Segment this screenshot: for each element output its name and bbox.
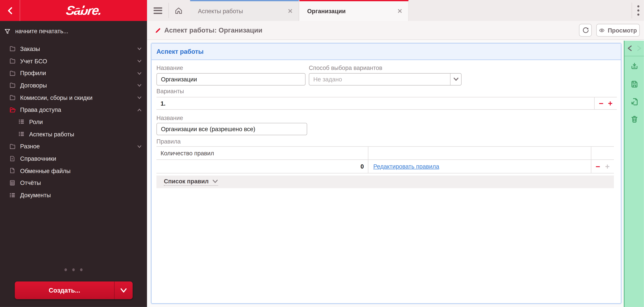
sidebar-item-directories[interactable]: ? Справочники [0,153,147,165]
rules-header-controls-cell [591,147,614,159]
panel-title: Аспект работы [156,48,204,55]
sidebar-item-contracts[interactable]: Договоры [0,79,147,92]
sidebar-item-label: Аспекты работы [29,131,74,138]
name-input[interactable] [156,73,306,86]
trash-icon[interactable] [630,115,638,123]
sidebar-item-reports[interactable]: Отчёты [0,177,147,189]
sidebar-item-profiles[interactable]: Профили [0,67,147,79]
svg-text:?: ? [11,157,13,161]
create-menu-button[interactable] [114,281,132,299]
tab-work-aspects[interactable]: Аспекты работы ✕ [190,0,299,21]
view-button-label: Просмотр [608,27,637,34]
edit-rules-link[interactable]: Редактировать правила [373,163,439,170]
work-aspect-panel: Аспект работы Название Способ выбора вар… [151,43,621,304]
folder-icon [9,70,16,77]
variant-name-input[interactable] [156,123,307,135]
chevron-down-icon[interactable] [137,59,142,64]
rules-table-header-row: Количество правил [156,147,614,160]
sidebar-pager-dots [0,268,147,271]
remove-variant-button[interactable]: − [599,100,603,107]
view-button[interactable]: Просмотр [596,24,640,37]
download-icon[interactable] [630,62,638,70]
save-icon[interactable] [630,80,638,88]
app-window: Sabre. начните печатать... Заказы Учет Б… [0,0,644,307]
sidebar-collapse-button[interactable] [0,0,20,21]
select-chevron-button[interactable] [450,74,461,85]
sidebar-item-misc[interactable]: Разное [0,140,147,153]
list-icon [18,119,25,126]
rules-section-label: Правила [156,138,180,145]
chevron-down-icon[interactable] [137,71,142,76]
menu-hamburger-button[interactable] [148,0,167,21]
chevron-down-icon[interactable] [137,95,142,100]
list-icon [18,131,25,138]
sidebar-item-access-rights[interactable]: Права доступа [0,104,147,116]
report-grid-icon [9,179,16,186]
sidebar-item-label: Отчёты [20,180,41,186]
rules-row-controls: − + [591,160,614,173]
chevron-down-icon[interactable] [137,144,142,149]
kebab-menu-button[interactable] [633,0,644,21]
sidebar-item-commissions[interactable]: Комиссии, сборы и скидки [0,92,147,104]
filter-icon [4,28,11,35]
collapse-panel-left-icon[interactable] [627,45,632,51]
rules-header-empty-cell [368,147,591,159]
sidebar-item-roles[interactable]: Роли [0,116,147,128]
folder-icon [9,94,16,101]
sidebar-item-work-aspects[interactable]: Аспекты работы [0,128,147,140]
method-select[interactable]: Не задано [309,73,462,86]
name-field-label: Название [156,65,183,71]
sidebar-item-label: Справочники [20,155,56,162]
tab-organizations[interactable]: Организации ✕ [299,0,408,21]
chevron-up-icon[interactable] [137,107,142,113]
sidebar-item-label: Заказы [20,46,40,52]
eye-icon [599,27,604,33]
expand-panel-right-icon[interactable] [636,45,642,51]
sidebar-filter-input[interactable]: начните печатать... [4,26,68,37]
sidebar-item-label: Документы [20,192,51,199]
folder-icon [9,58,16,65]
main-content: Аспект работы Название Способ выбора вар… [147,40,644,307]
chevron-down-icon[interactable] [137,83,142,88]
sidebar-header: Sabre. [0,0,147,21]
refresh-button[interactable] [579,24,592,37]
rules-table-row: 0 Редактировать правила − + [156,160,614,173]
rules-count-value: 0 [156,160,368,173]
create-button-label: Создать... [15,281,114,299]
export-icon[interactable] [630,97,638,106]
sidebar-item-orders[interactable]: Заказы [0,43,147,55]
variants-section-label: Варианты [156,88,184,95]
close-icon[interactable]: ✕ [288,1,293,21]
variant-row-controls: − + [594,97,617,109]
sidebar-item-label: Договоры [20,82,47,89]
chevron-down-icon [453,77,458,81]
add-variant-button[interactable]: + [608,100,612,107]
remove-rule-button[interactable]: − [596,162,600,170]
rules-table: Количество правил 0 Редактировать правил… [156,146,614,173]
sidebar-item-label: Комиссии, сборы и скидки [20,94,92,101]
close-icon[interactable]: ✕ [397,1,402,21]
sidebar-item-bso-accounting[interactable]: Учет БСО [0,55,147,67]
sidebar-item-label: Обменные файлы [20,167,70,174]
sidebar-item-label: Учет БСО [20,58,47,64]
right-toolbar-pager [624,41,644,56]
sidebar-item-documents[interactable]: Документы [0,189,147,201]
back-chevron-icon [7,7,13,15]
home-icon [174,7,183,15]
create-button[interactable]: Создать... [15,281,132,299]
chevron-down-icon [212,179,218,183]
add-rule-button[interactable]: + [605,162,610,170]
tabbar-divider [632,3,632,19]
variant-row[interactable]: 1. − + [156,97,617,110]
title-bar: Аспект работы: Организации Просмотр [147,21,644,40]
rules-list-toggle[interactable]: Список правил [156,175,614,188]
sidebar-item-exchange-files[interactable]: Обменные файлы [0,165,147,177]
sidebar-item-label: Профили [20,70,46,77]
sidebar-menu: Заказы Учет БСО Профили Договоры Комисси [0,43,147,201]
sidebar: Sabre. начните печатать... Заказы Учет Б… [0,0,147,307]
chevron-down-icon[interactable] [137,46,142,52]
home-button[interactable] [170,0,187,21]
sidebar-item-label: Разное [20,143,40,150]
variant-row-index: 1. [156,97,594,109]
right-toolbar [624,41,644,307]
